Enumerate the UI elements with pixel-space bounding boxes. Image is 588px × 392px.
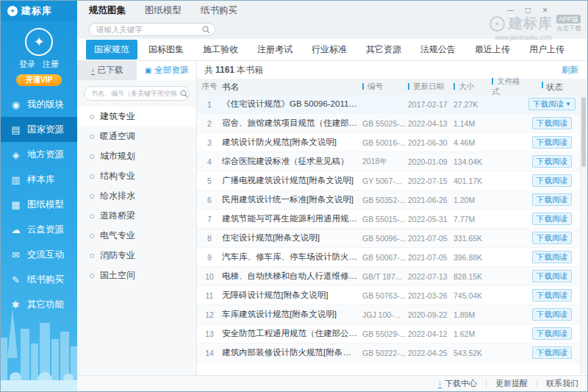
download-read-button[interactable]: 下载阅读 ▼: [532, 289, 572, 302]
sidebar-item[interactable]: ◈ 地方资源: [1, 142, 77, 167]
column-header-title[interactable]: 书名: [222, 82, 362, 93]
download-read-button[interactable]: 下载阅读 ▼: [532, 327, 572, 340]
table-row[interactable]: 14 建筑内部装修设计防火规范[附条文说明] GB 50222-... 2022…: [197, 343, 587, 363]
register-link[interactable]: 注册: [43, 59, 59, 70]
download-read-button[interactable]: 下载阅读 ▼: [532, 155, 572, 168]
category-tab[interactable]: 国标图集: [140, 40, 192, 60]
download-read-button[interactable]: 下载阅读 ▼: [532, 308, 572, 321]
download-read-button[interactable]: 下载阅读 ▼: [532, 117, 572, 129]
sidebar-item[interactable]: ▤ 国家资源: [1, 117, 77, 142]
table-row[interactable]: 3 建筑设计防火规范[附条文说明] GB 50016-... 2021-06-3…: [197, 133, 587, 152]
book-title[interactable]: 车库建筑设计规范[附条文说明]: [222, 309, 362, 320]
table-row[interactable]: 5 广播电视建筑设计规范[附条文说明] GY 5067-... 2022-07-…: [197, 171, 587, 190]
table-row[interactable]: 8 住宅设计规范[附条文说明] GB 50096-... 2021-07-05 …: [197, 229, 587, 248]
category-item[interactable]: 国土空间: [77, 266, 196, 285]
download-read-button[interactable]: 下载阅读 ▼: [532, 232, 572, 244]
download-read-button[interactable]: 下载阅读 ▼: [532, 251, 572, 263]
book-title[interactable]: 综合医院建设标准（征求意见稿）: [222, 156, 362, 167]
sidebar-item[interactable]: ◉ 我的版块: [1, 92, 77, 117]
category-item[interactable]: 城市规划: [77, 146, 196, 166]
table-row[interactable]: 11 无障碍设计规范[附条文说明] GB 50763-... 2021-03-2…: [197, 286, 587, 305]
bullet-icon: [90, 154, 94, 159]
category-item[interactable]: 道路桥梁: [77, 206, 196, 226]
category-tab[interactable]: 施工验收: [195, 40, 246, 60]
top-tab[interactable]: 规范图集: [89, 4, 126, 17]
table-row[interactable]: 10 电梯、自动扶梯和自动人行道维修规范 GB/T 187... 2022-07…: [197, 267, 587, 286]
book-title[interactable]: 广播电视建筑设计规范[附条文说明]: [222, 175, 362, 186]
update-reminder-link[interactable]: 更新提醒: [495, 378, 528, 389]
scrollbar-thumb[interactable]: [581, 97, 586, 167]
download-read-button[interactable]: 下载阅读 ▼: [532, 270, 572, 282]
keyword-search-input[interactable]: [90, 25, 202, 34]
category-item[interactable]: 暖通空调: [77, 126, 196, 146]
book-title[interactable]: 住宅设计规范[附条文说明]: [222, 232, 362, 243]
book-title[interactable]: 民用建筑设计统一标准[附条文说明]: [222, 194, 362, 205]
downloaded-tab[interactable]: ↓ 已下载: [77, 61, 137, 80]
category-item[interactable]: 建筑专业: [77, 107, 196, 126]
category-tab[interactable]: 最近上传: [467, 40, 518, 60]
table-row[interactable]: 7 建筑节能与可再生能源利用通用规范[附条文说明] GB 55015-... 2…: [197, 210, 587, 229]
table-row[interactable]: 4 综合医院建设标准（征求意见稿） 2018年 2020-01-09 134.0…: [197, 152, 587, 171]
download-read-button[interactable]: 下载阅读 ▼: [532, 193, 572, 206]
download-read-button[interactable]: 下载阅读 ▼: [532, 346, 572, 359]
column-header-size[interactable]: 大小: [453, 82, 492, 92]
category-item[interactable]: 给水排水: [77, 186, 196, 206]
book-title[interactable]: 《住宅设计规范》GB 50096-2011局部修订条文及说...: [222, 99, 362, 110]
category-tab[interactable]: 国家规范: [86, 40, 137, 60]
app-download-watermark[interactable]: ✦ 建标库 APP版 点击下载 www.jianbiaoku.com: [465, 14, 581, 41]
table-row[interactable]: 6 民用建筑设计统一标准[附条文说明] GB 50352-... 2021-06…: [197, 190, 587, 210]
open-vip-button[interactable]: 开通VIP: [16, 74, 62, 86]
top-tab[interactable]: 纸书购买: [201, 4, 237, 17]
sidebar-item[interactable]: ▥ 样本库: [1, 167, 77, 192]
sidebar-item[interactable]: ✱ 其它功能: [1, 292, 77, 317]
search-icon[interactable]: [202, 26, 210, 34]
column-header-format[interactable]: 文件格式: [492, 76, 526, 97]
sidebar-item[interactable]: ✉ 交流互动: [1, 242, 77, 267]
search-icon[interactable]: [180, 90, 188, 98]
book-title[interactable]: 建筑节能与可再生能源利用通用规范[附条文说明]: [222, 213, 362, 224]
category-tab[interactable]: 法规公告: [412, 40, 464, 60]
book-title[interactable]: 安全防范工程通用规范（住建部公开版）: [222, 328, 362, 339]
all-resources-tab[interactable]: ▣ 全部资源: [137, 61, 196, 80]
table-row[interactable]: 2 宿舍、旅馆建筑项目规范（住建部公开版） GB 55025-... 2022-…: [197, 114, 587, 133]
download-read-button[interactable]: 下载阅读 ▼: [528, 98, 576, 110]
column-header-index[interactable]: 序号: [197, 82, 222, 92]
category-item[interactable]: 电气专业: [77, 226, 196, 246]
login-link[interactable]: 登录: [19, 59, 35, 70]
download-read-button[interactable]: 下载阅读 ▼: [532, 213, 572, 225]
download-read-button[interactable]: 下载阅读 ▼: [532, 136, 572, 149]
keyword-search[interactable]: [89, 23, 215, 36]
table-row[interactable]: 1 《住宅设计规范》GB 50096-2011局部修订条文及说... 2017-…: [197, 95, 587, 114]
book-title[interactable]: 宿舍、旅馆建筑项目规范（住建部公开版）: [222, 118, 362, 129]
column-header-code[interactable]: 编号: [362, 82, 408, 92]
table-row[interactable]: 13 安全防范工程通用规范（住建部公开版） GB 55029-... 2022-…: [197, 324, 587, 343]
book-title[interactable]: 电梯、自动扶梯和自动人行道维修规范: [222, 271, 362, 282]
category-tab[interactable]: 用户上传: [521, 40, 573, 60]
top-tab[interactable]: 图纸模型: [145, 4, 182, 17]
refresh-link[interactable]: 刷新: [562, 65, 578, 76]
download-read-button[interactable]: 下载阅读 ▼: [532, 174, 572, 187]
table-row[interactable]: 9 汽车库、修车库、停车场设计防火规范[附条文说明] GB 50067-... …: [197, 248, 587, 267]
table-scrollbar[interactable]: [580, 95, 587, 374]
column-header-status[interactable]: 状态: [526, 82, 578, 93]
column-header-date[interactable]: 更新日期: [408, 82, 453, 92]
sidebar-item[interactable]: ☁ 云盘资源: [1, 217, 77, 242]
table-row[interactable]: 12 车库建筑设计规范[附条文说明] JGJ 100-... 2020-09-2…: [197, 305, 587, 324]
download-center-link[interactable]: ↓ 下载中心: [438, 378, 477, 389]
category-item[interactable]: 结构专业: [77, 166, 196, 186]
category-tab[interactable]: 行业标准: [304, 40, 355, 60]
book-title[interactable]: 建筑设计防火规范[附条文说明]: [222, 137, 362, 148]
contact-us-link[interactable]: 联系我们: [546, 378, 578, 389]
book-title[interactable]: 建筑内部装修设计防火规范[附条文说明]: [222, 347, 362, 358]
sidebar-item-icon: ▥: [10, 174, 21, 185]
category-tab[interactable]: 注册考试: [249, 40, 301, 60]
sidebar-item[interactable]: ✎ 纸书购买: [1, 267, 77, 292]
category-tab[interactable]: 其它资源: [358, 40, 409, 60]
book-search[interactable]: [84, 86, 190, 101]
chevron-down-icon[interactable]: ▼: [565, 101, 571, 107]
sidebar-item[interactable]: ▦ 图纸模型: [1, 192, 77, 217]
book-title[interactable]: 汽车库、修车库、停车场设计防火规范[附条文说明]: [222, 252, 362, 263]
book-title[interactable]: 无障碍设计规范[附条文说明]: [222, 290, 362, 301]
category-item[interactable]: 消防专业: [77, 246, 196, 266]
book-search-input[interactable]: [85, 90, 180, 97]
